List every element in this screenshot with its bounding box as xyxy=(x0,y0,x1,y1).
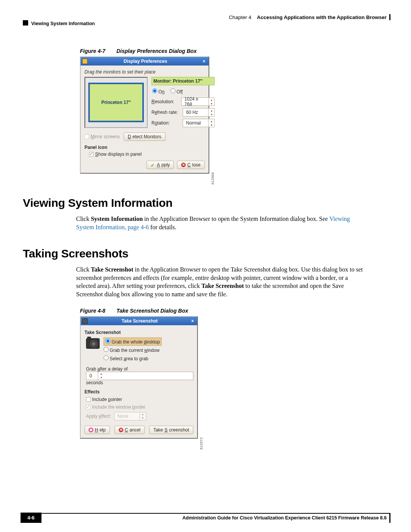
refresh-spin[interactable]: 60 Hz▴▾ xyxy=(183,108,215,117)
para-vsi: Click System Information in the Applicat… xyxy=(76,215,368,231)
running-section: Viewing System Information xyxy=(31,21,95,26)
figure-8-image-id: 312072 xyxy=(199,437,203,450)
dialog-titlebar[interactable]: Display Preferences × xyxy=(81,57,209,66)
mirror-checkbox[interactable]: Mirror screens xyxy=(84,134,120,139)
chapter-number: Chapter 4 xyxy=(229,14,251,20)
figure-7-caption: Figure 4-7Display Preferences Dialog Box xyxy=(80,48,368,54)
opt-whole-desktop[interactable]: Grab the whole desktop xyxy=(104,337,162,346)
rotation-spin[interactable]: Normal▴▾ xyxy=(183,119,215,127)
radio-on[interactable]: On xyxy=(152,89,164,94)
delay-row: Grab after a delay of 0▴▾ seconds xyxy=(86,366,193,385)
show-displays-checkbox[interactable]: Show displays in panel xyxy=(89,152,205,157)
camera-icon xyxy=(86,338,100,349)
take-screenshot-button[interactable]: Take Screenshot xyxy=(149,426,193,434)
rotation-label: Rotation: xyxy=(151,120,183,126)
para-ts: Click Take Screenshot in the Application… xyxy=(76,265,368,298)
window-icon xyxy=(82,59,88,64)
detect-monitors-button[interactable]: Detect Monitors xyxy=(124,133,166,141)
apply-button[interactable]: ✓Apply xyxy=(147,161,174,169)
monitor-box[interactable]: Princeton 17" xyxy=(88,83,144,122)
include-pointer-checkbox[interactable]: Include pointer xyxy=(86,397,193,402)
heading-taking-screenshots: Taking Screenshots xyxy=(23,247,390,260)
delay-spin[interactable]: 0▴▾ xyxy=(86,372,193,380)
figure-7-image-id: 312004 xyxy=(211,172,215,185)
apply-effect-spin: None▴▾ xyxy=(114,412,146,420)
heading-viewing-system-info: Viewing System Information xyxy=(23,197,390,209)
footer-rule-right xyxy=(389,513,390,523)
display-preferences-dialog: Display Preferences × Drag the monitors … xyxy=(80,56,209,174)
page-footer: Administration Guide for Cisco Virtualiz… xyxy=(23,513,390,521)
footer-title: Administration Guide for Cisco Virtualiz… xyxy=(23,515,390,521)
panel-icon-label: Panel icon xyxy=(84,145,205,150)
close-button[interactable]: ✕Close xyxy=(177,161,205,169)
dialog-title: Display Preferences xyxy=(90,59,201,64)
cancel-button[interactable]: ✕Cancel xyxy=(115,426,145,434)
dialog-title-2: Take Screenshot xyxy=(90,318,190,324)
refresh-label: Refresh rate: xyxy=(151,110,183,115)
page-number: 4-6 xyxy=(21,513,41,523)
resolution-label: Resolution: xyxy=(151,99,181,104)
close-icon[interactable]: × xyxy=(190,318,196,324)
dialog-titlebar-2[interactable]: Take Screenshot × xyxy=(81,317,197,325)
radio-off[interactable]: Off xyxy=(170,89,183,94)
resolution-spin[interactable]: 1024 x 768▴▾ xyxy=(181,97,215,106)
close-icon[interactable]: × xyxy=(201,59,207,64)
monitor-canvas[interactable]: Princeton 17" xyxy=(84,77,148,128)
opt-current-window[interactable]: Grab the current window xyxy=(104,346,162,354)
window-icon xyxy=(82,318,88,324)
header-rule-right xyxy=(389,14,390,20)
effects-label: Effects xyxy=(84,389,193,395)
drag-hint: Drag the monitors to set their place xyxy=(84,69,205,77)
chapter-title: Accessing Applications with the Applicat… xyxy=(257,14,387,20)
header-square-icon xyxy=(23,20,28,26)
running-header: Chapter 4 Accessing Applications with th… xyxy=(23,14,390,26)
apply-effect-label: Apply effect: xyxy=(86,414,111,419)
take-screenshot-dialog: Take Screenshot × Take Screenshot Grab t… xyxy=(80,316,198,439)
monitor-header: Monitor: Princeton 17" xyxy=(151,77,215,85)
opt-select-area[interactable]: Select area to grab xyxy=(104,354,162,363)
ts-section-label: Take Screenshot xyxy=(84,330,193,335)
figure-8-caption: Figure 4-8Take Screenshot Dialog Box xyxy=(80,308,368,314)
help-button[interactable]: Help xyxy=(84,426,110,434)
include-border-checkbox: Include the window border xyxy=(86,404,193,410)
